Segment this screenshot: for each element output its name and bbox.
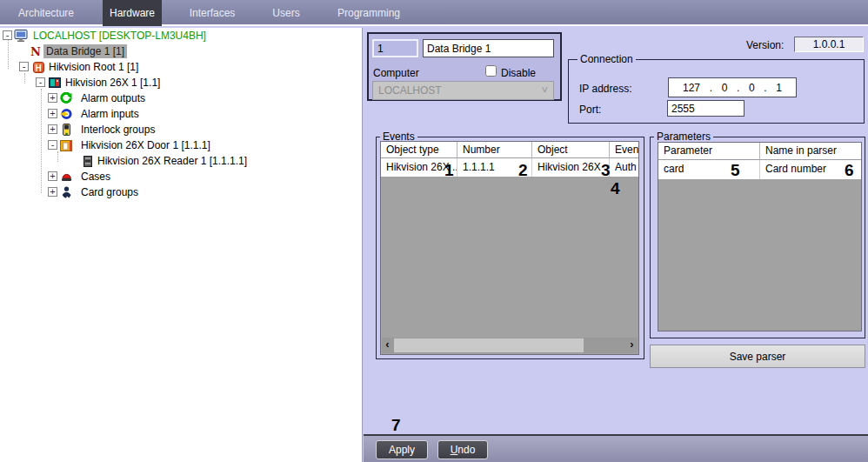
- hikvision-root-icon: H: [31, 60, 45, 74]
- computer-label: Computer: [373, 67, 419, 79]
- port-field[interactable]: [667, 100, 744, 117]
- ip-address-field[interactable]: 127 . 0 . 0 . 1: [668, 77, 797, 97]
- cell-object[interactable]: Hikvision 26X: [532, 158, 610, 177]
- tree-item-label[interactable]: Card groups: [78, 185, 141, 199]
- expand-toggle[interactable]: -: [48, 140, 57, 150]
- undo-button[interactable]: Undo: [437, 440, 488, 459]
- hikvision-26x-device-icon: [48, 76, 62, 90]
- tree-item-label[interactable]: Hikvision Root 1 [1]: [46, 60, 141, 74]
- callout-2: 2: [518, 162, 528, 178]
- parameters-group: Parameters Parameter Name in parser card…: [650, 137, 865, 338]
- tree-item-hikvision-root[interactable]: - H Hikvision Root 1 [1]: [0, 60, 357, 74]
- tree-item-label[interactable]: Data Bridge 1 [1]: [43, 44, 127, 58]
- parameters-table-header: Parameter Name in parser: [658, 143, 861, 160]
- port-label: Port:: [579, 104, 601, 116]
- column-header: Object type: [381, 142, 457, 158]
- save-parser-button[interactable]: Save parser: [650, 345, 865, 368]
- menu-interfaces[interactable]: Interfaces: [183, 0, 242, 26]
- tree-item-hikvision-26x[interactable]: - Hikvision 26X 1 [1.1]: [0, 76, 357, 90]
- table-row[interactable]: card Card number: [658, 160, 861, 179]
- cell-parameter[interactable]: card: [658, 160, 760, 179]
- menu-hardware[interactable]: Hardware: [103, 0, 162, 26]
- reader-icon: [81, 154, 95, 168]
- connection-group: Connection IP address: 127 . 0 . 0 . 1 P…: [568, 59, 865, 124]
- expand-toggle[interactable]: +: [48, 109, 57, 118]
- alarm-outputs-icon: [59, 91, 73, 105]
- scroll-left-arrow-icon[interactable]: ‹: [382, 338, 393, 353]
- parameters-group-title: Parameters: [654, 131, 713, 143]
- tree-item-label[interactable]: Interlock groups: [78, 123, 157, 137]
- tree-item-label[interactable]: LOCALHOST [DESKTOP-LM3U4BH]: [30, 29, 209, 43]
- tree-item-data-bridge[interactable]: N Data Bridge 1 [1]: [0, 44, 357, 58]
- data-bridge-icon: N: [29, 44, 43, 58]
- bottom-action-bar: Apply Undo: [364, 434, 868, 462]
- ip-dot: .: [710, 82, 712, 94]
- tree-item-label[interactable]: Hikvision 26X 1 [1.1]: [63, 76, 163, 90]
- expand-toggle[interactable]: +: [48, 93, 57, 103]
- tree-item-card-groups[interactable]: + Card groups: [0, 185, 357, 199]
- menu-programming[interactable]: Programming: [335, 0, 403, 26]
- cases-icon: [59, 170, 73, 184]
- callout-7: 7: [391, 417, 401, 433]
- door-icon: [59, 138, 73, 152]
- computer-dropdown[interactable]: LOCALHOST ˅: [372, 81, 554, 100]
- table-row[interactable]: Hikvision 26X .. 1.1.1.1 Hikvision 26X A…: [381, 158, 638, 177]
- tree-item-label[interactable]: Hikvision 26X Reader 1 [1.1.1.1]: [95, 154, 250, 168]
- menu-users[interactable]: Users: [264, 0, 309, 26]
- tree-item-alarm-outputs[interactable]: + Alarm outputs: [0, 91, 357, 105]
- menubar: Architecture Hardware Interfaces Users P…: [0, 0, 868, 26]
- expand-toggle[interactable]: -: [19, 62, 29, 71]
- callout-4: 4: [611, 180, 620, 197]
- tree-item-hikvision-reader[interactable]: Hikvision 26X Reader 1 [1.1.1.1]: [0, 154, 357, 168]
- version-value: 1.0.0.1: [794, 37, 864, 52]
- alarm-inputs-icon: [59, 107, 73, 121]
- callout-3: 3: [601, 162, 611, 178]
- apply-button[interactable]: Apply: [376, 440, 428, 459]
- settings-panel: Computer Disable LOCALHOST ˅ Version: 1.…: [364, 28, 868, 462]
- callout-1: 1: [444, 162, 454, 178]
- undo-label-initial: U: [451, 444, 458, 456]
- tree-item-localhost[interactable]: - LOCALHOST [DESKTOP-LM3U4BH]: [0, 29, 357, 43]
- tree-item-cases[interactable]: + Cases: [0, 170, 357, 184]
- ip-dot: .: [764, 82, 766, 94]
- callout-5: 5: [731, 162, 740, 178]
- ip-octet: 0: [722, 82, 728, 94]
- expand-toggle[interactable]: +: [48, 171, 57, 181]
- card-groups-icon: [59, 185, 73, 199]
- tree-item-label[interactable]: Alarm outputs: [78, 91, 148, 105]
- tree-item-label[interactable]: Cases: [78, 170, 113, 184]
- expand-toggle[interactable]: -: [3, 30, 12, 40]
- expand-toggle[interactable]: +: [48, 124, 57, 134]
- ip-octet: 1: [776, 82, 782, 94]
- connection-group-title: Connection: [578, 53, 636, 65]
- tree-item-interlock-groups[interactable]: + Interlock groups: [0, 123, 357, 137]
- ip-octet: 127: [683, 82, 700, 94]
- tree-item-label[interactable]: Hikvision 26X Door 1 [1.1.1]: [78, 138, 213, 152]
- interlock-groups-icon: [59, 123, 73, 137]
- expand-toggle[interactable]: -: [36, 77, 45, 87]
- disable-checkbox[interactable]: [485, 65, 497, 77]
- expand-toggle[interactable]: +: [48, 187, 57, 197]
- version-label: Version:: [746, 39, 784, 51]
- column-header: Parameter: [658, 143, 760, 160]
- computer-dropdown-value: LOCALHOST: [378, 84, 442, 97]
- column-header: Name in parser: [760, 143, 862, 160]
- menu-architecture[interactable]: Architecture: [9, 0, 83, 26]
- object-name-field[interactable]: [423, 39, 554, 57]
- cell-event[interactable]: Auth: [610, 158, 639, 177]
- tree-item-label[interactable]: Alarm inputs: [78, 107, 142, 121]
- scroll-right-arrow-icon[interactable]: ›: [626, 338, 638, 353]
- disable-label: Disable: [501, 67, 536, 79]
- ip-address-label: IP address:: [579, 83, 631, 95]
- tree-item-hikvision-door[interactable]: - Hikvision 26X Door 1 [1.1.1]: [0, 138, 357, 152]
- events-table-header: Object type Number Object Event: [381, 142, 638, 158]
- ip-dot: .: [737, 82, 739, 94]
- horizontal-scrollbar[interactable]: ‹ ›: [382, 338, 638, 353]
- tree-item-alarm-inputs[interactable]: + Alarm inputs: [0, 107, 357, 121]
- undo-label-rest: ndo: [457, 444, 475, 456]
- object-id-field[interactable]: [372, 39, 418, 57]
- ip-octet: 0: [749, 82, 755, 94]
- scrollbar-thumb[interactable]: [394, 338, 584, 352]
- chevron-down-icon: ˅: [541, 82, 548, 99]
- identity-box: Computer Disable LOCALHOST ˅: [367, 32, 562, 101]
